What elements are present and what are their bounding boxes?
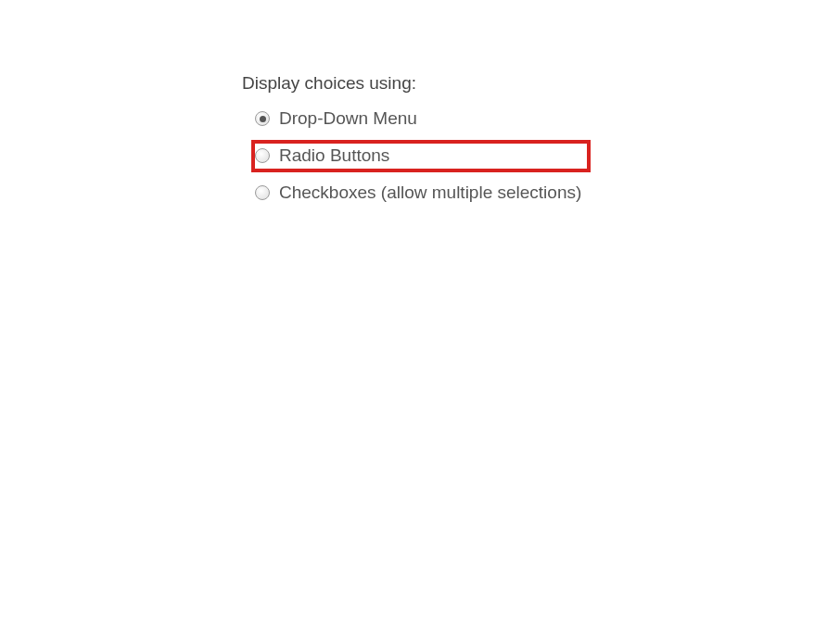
radio-icon[interactable]	[255, 148, 270, 163]
option-radio-buttons[interactable]: Radio Buttons	[255, 144, 587, 169]
option-label: Drop-Down Menu	[279, 108, 417, 130]
option-list: Drop-Down Menu Radio Buttons Checkboxes …	[242, 107, 587, 205]
radio-icon[interactable]	[255, 111, 270, 126]
section-label: Display choices using:	[242, 73, 587, 94]
option-checkboxes[interactable]: Checkboxes (allow multiple selections)	[255, 181, 587, 206]
option-drop-down-menu[interactable]: Drop-Down Menu	[255, 107, 587, 132]
option-label: Checkboxes (allow multiple selections)	[279, 183, 581, 204]
display-choices-form: Display choices using: Drop-Down Menu Ra…	[242, 73, 587, 217]
option-label: Radio Buttons	[279, 145, 389, 167]
radio-icon[interactable]	[255, 185, 270, 200]
